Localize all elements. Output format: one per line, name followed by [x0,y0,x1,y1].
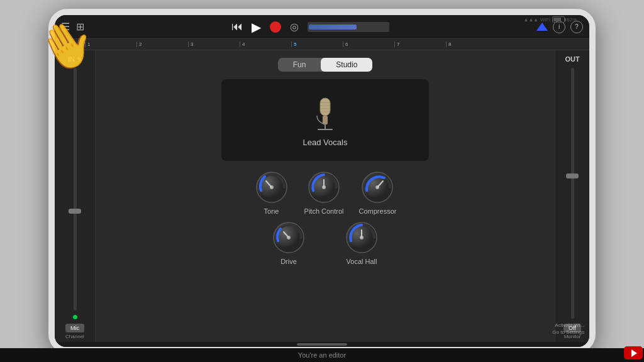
scroll-bar[interactable] [55,342,589,347]
center-panel: Fun Studio [96,50,555,342]
knobs-bottom-row: Drive [271,220,379,265]
svg-rect-0 [320,98,330,116]
channel-label: Channel [65,334,84,339]
editor-bar: You're an editor [0,348,644,362]
pitch-control-knob-group: Pitch Control [304,170,344,215]
drive-knob[interactable] [271,220,306,255]
vocal-hall-label: Vocal Hall [347,258,377,265]
timeline-marker-7: 7 [394,41,446,47]
drive-knob-group: Drive [271,220,306,265]
plugin-display: Lead Vocals [221,79,429,161]
vocal-hall-knob[interactable] [344,220,379,255]
left-led [73,315,77,319]
timeline-marker-5: 5 [291,41,343,47]
loop-button[interactable]: ◎ [290,21,299,33]
plugin-name-label: Lead Vocals [303,138,348,147]
waveform-display [308,22,389,32]
main-content: IN ✎ Mic Channel Fun Studio [55,50,589,342]
youtube-icon[interactable] [624,346,643,359]
pitch-control-label: Pitch Control [304,207,344,215]
editor-bar-text: You're an editor [298,351,346,359]
timeline-marker-6: 6 [343,41,394,47]
ipad-screen: ☰ ⊞ ⏮ ▶ ◎ i ? [55,15,589,347]
left-fader-handle[interactable] [69,209,81,214]
triangle-icon[interactable] [536,23,548,31]
tone-knob[interactable] [254,170,289,205]
left-panel: IN ✎ Mic Channel [55,50,96,342]
left-fader-track[interactable] [74,68,77,310]
svg-rect-5 [323,116,328,124]
drive-label: Drive [280,258,297,265]
play-button[interactable]: ▶ [252,19,261,35]
timeline-marker-4: 4 [240,41,291,47]
top-toolbar: ☰ ⊞ ⏮ ▶ ◎ i ? [55,15,589,39]
mode-toggle: Fun Studio [278,58,373,72]
right-fader-track[interactable] [571,68,574,319]
knobs-top-row: Tone [254,170,397,215]
right-fader-handle[interactable] [566,173,579,178]
record-button[interactable] [270,21,281,33]
in-label: IN ✎ [68,55,82,63]
hamburger-menu[interactable]: ☰ [61,21,70,33]
timeline-marker-2: 2 [136,41,188,47]
right-panel: OUT Off Monitor [555,50,589,342]
compressor-label: Compressor [359,207,397,215]
pitch-control-knob[interactable] [306,170,341,205]
timeline-marker-3: 3 [188,41,240,47]
ipad-frame: ▲▲▲ WiFi 82% ☰ ⊞ ⏮ ▶ ◎ [48,9,596,353]
timeline-marker-1: 1 [85,41,136,47]
microphone-icon [311,93,340,134]
compressor-knob[interactable] [360,170,395,205]
rewind-button[interactable]: ⏮ [231,20,243,33]
activate-windows-line1: Activate Wi... [552,322,584,329]
battery-percent: 82% [567,17,577,23]
tone-label: Tone [264,207,279,215]
tone-knob-group: Tone [254,170,289,215]
out-label: OUT [565,55,579,63]
activate-windows-watermark: Activate Wi... Go to Settings [552,322,584,336]
mic-button[interactable]: Mic [65,324,84,332]
timeline-marker-8: 8 [446,41,477,47]
mixer-icon[interactable]: ⊞ [76,21,84,33]
status-bar: ▲▲▲ WiFi 82% [523,16,577,23]
activate-windows-line2: Go to Settings [552,329,584,336]
studio-mode-button[interactable]: Studio [321,58,372,72]
compressor-knob-group: Compressor [359,170,397,215]
fun-mode-button[interactable]: Fun [278,58,321,72]
timeline-ruler: 1 2 3 4 5 6 7 8 [55,39,589,50]
vocal-hall-knob-group: Vocal Hall [344,220,379,265]
